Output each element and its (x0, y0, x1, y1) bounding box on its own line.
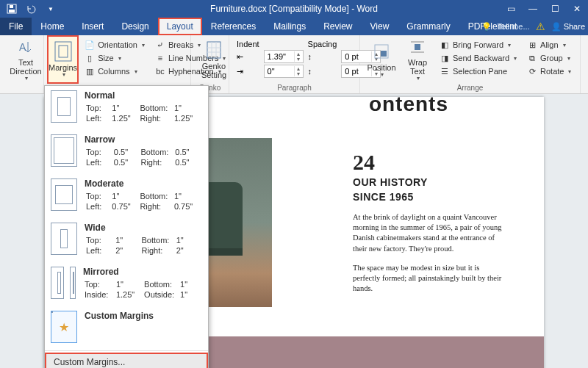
margins-dropdown: NormalTop:1"Bottom:1"Left:1.25"Right:1.2… (44, 85, 209, 368)
svg-text:A: A (19, 41, 26, 53)
wrap-text-button[interactable]: Wrap Text▾ (403, 37, 432, 82)
text-direction-button[interactable]: A Text Direction▾ (7, 37, 44, 82)
position-icon (371, 41, 392, 62)
tab-home[interactable]: Home (32, 18, 73, 35)
group-button[interactable]: ⧉Group▾ (524, 51, 574, 65)
preset-thumb-icon (51, 223, 77, 255)
lightbulb-icon: 💡 (481, 22, 492, 32)
tab-file[interactable]: File (0, 18, 32, 35)
tab-grammarly[interactable]: Grammarly (398, 18, 459, 35)
subtitle-line1: OUR HISTORY (353, 176, 507, 190)
minimize-button[interactable]: — (522, 0, 544, 18)
svg-rect-1 (9, 10, 15, 12)
qat-customize-icon[interactable]: ▼ (41, 1, 59, 17)
last-custom-thumb-icon (51, 311, 77, 343)
position-button[interactable]: Position▾ (365, 37, 398, 82)
columns-icon: ▥ (85, 66, 95, 76)
space-before-icon: ↕ (308, 52, 312, 61)
line-numbers-icon: ≡ (155, 53, 165, 63)
rotate-icon: ⟳ (527, 66, 537, 76)
preset-thumb-icon (70, 267, 76, 299)
genko-setting-button[interactable]: Genko Setting (196, 37, 232, 82)
svg-rect-2 (10, 5, 13, 8)
margins-preset-normal[interactable]: NormalTop:1"Bottom:1"Left:1.25"Right:1.2… (45, 86, 208, 130)
preset-thumb-icon (51, 178, 77, 211)
group-icon: ⧉ (527, 53, 537, 63)
share-icon: 👤 (551, 22, 562, 31)
paragraph-1: At the brink of daylight on a quaint Van… (353, 212, 507, 254)
genko-icon (204, 40, 224, 60)
margins-preset-moderate[interactable]: ModerateTop:1"Bottom:1"Left:0.75"Right:0… (45, 174, 208, 218)
preset-thumb-icon (51, 267, 64, 299)
align-button[interactable]: ⊞Align▾ (524, 38, 574, 51)
undo-icon[interactable] (22, 1, 40, 17)
align-icon: ⊞ (527, 40, 537, 50)
margins-preset-last-custom[interactable]: Custom Margins (45, 306, 208, 349)
maximize-button[interactable]: ☐ (544, 0, 566, 18)
svg-rect-12 (381, 51, 387, 57)
titlebar: ▼ Furniture.docx [Compatibility Mode] - … (0, 0, 588, 18)
breaks-icon: ⤶ (155, 40, 165, 50)
custom-margins-button[interactable]: Custom Margins... (45, 353, 208, 368)
close-button[interactable]: ✕ (566, 0, 588, 18)
tab-layout[interactable]: Layout (158, 18, 202, 35)
tab-mailings[interactable]: Mailings (265, 18, 315, 35)
group-label-paragraph: Paragraph (229, 84, 359, 92)
svg-rect-6 (207, 42, 220, 58)
warning-icon[interactable]: ⚠ (536, 21, 545, 32)
space-after-icon: ↕ (308, 67, 312, 76)
indent-right-input[interactable]: 0"▴▾ (264, 65, 304, 78)
share-button[interactable]: 👤 Share (551, 22, 585, 32)
ribbon-tabstrip: File Home Insert Design Layout Reference… (0, 18, 588, 35)
paragraph-2: The space may be modest in size but it i… (353, 263, 507, 295)
margins-icon (53, 41, 74, 62)
tell-me-input[interactable]: Tell me... (498, 22, 530, 31)
tab-design[interactable]: Design (112, 18, 157, 35)
indent-right-icon: ⇥ (237, 67, 243, 76)
size-icon: ▯ (85, 53, 95, 63)
bring-forward-icon: ◧ (440, 40, 450, 50)
bring-forward-button[interactable]: ◧Bring Forward▾ (437, 38, 520, 51)
orientation-icon: 📄 (85, 40, 95, 50)
group-label-arrange: Arrange (360, 84, 580, 92)
svg-rect-4 (55, 42, 71, 61)
big-number: 24 (353, 150, 507, 175)
ribbon-display-options-icon[interactable]: ▭ (500, 0, 522, 18)
text-block: 24 OUR HISTORY SINCE 1965 At the brink o… (353, 150, 507, 294)
send-backward-icon: ◨ (440, 53, 450, 63)
tab-insert[interactable]: Insert (73, 18, 112, 35)
tab-references[interactable]: References (202, 18, 265, 35)
indent-left-icon: ⇤ (237, 52, 243, 61)
svg-rect-13 (415, 44, 420, 50)
preset-thumb-icon (51, 90, 77, 123)
margins-preset-wide[interactable]: WideTop:1"Bottom:1"Left:2"Right:2" (45, 218, 208, 262)
margins-button[interactable]: Margins▾ (49, 37, 77, 82)
margins-preset-mirrored[interactable]: MirroredTop:1"Bottom:1"Inside:1.25"Outsi… (45, 262, 208, 306)
subtitle-line2: SINCE 1965 (353, 191, 507, 204)
orientation-button[interactable]: 📄Orientation▾ (82, 38, 148, 51)
preset-thumb-icon (51, 134, 77, 167)
columns-button[interactable]: ▥Columns▾ (82, 65, 148, 78)
text-direction-icon: A (15, 37, 36, 57)
wrap-text-icon (407, 37, 428, 57)
tab-view[interactable]: View (362, 18, 398, 35)
selection-pane-icon: ☰ (440, 66, 450, 76)
spacing-label: Spacing (306, 40, 339, 48)
svg-rect-5 (59, 46, 68, 57)
indent-left-input[interactable]: 1.39"▴▾ (264, 50, 304, 63)
send-backward-button[interactable]: ◨Send Backward▾ (437, 51, 520, 65)
hyphenation-icon: bc (155, 66, 165, 76)
tab-review[interactable]: Review (315, 18, 361, 35)
selection-pane-button[interactable]: ☰Selection Pane (437, 65, 520, 78)
save-icon[interactable] (3, 1, 21, 17)
rotate-button[interactable]: ⟳Rotate▾ (524, 65, 574, 78)
section-heading: ontents (369, 94, 448, 116)
indent-label: Indent (235, 40, 261, 48)
dropdown-separator (45, 350, 208, 351)
margins-preset-narrow[interactable]: NarrowTop:0.5"Bottom:0.5"Left:0.5"Right:… (45, 130, 208, 174)
size-button[interactable]: ▯Size▾ (82, 51, 148, 65)
